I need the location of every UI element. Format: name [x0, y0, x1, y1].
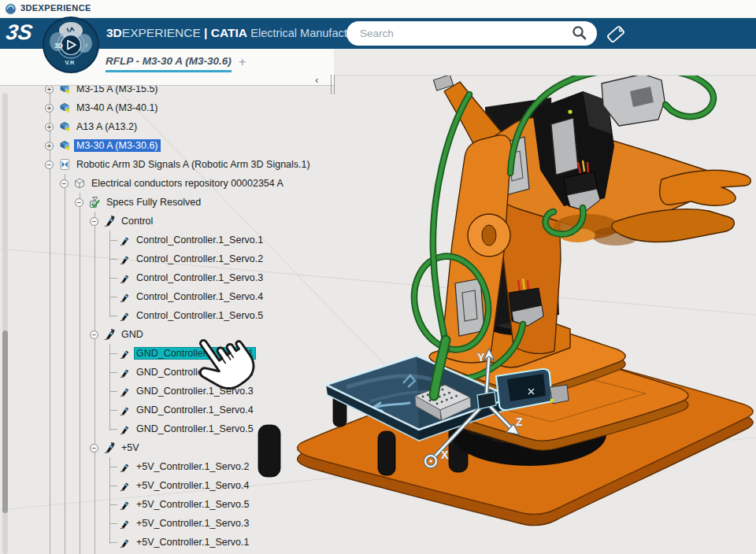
tree-scrollbar-thumb[interactable] — [2, 331, 8, 513]
tree-item[interactable]: − Robotic Arm 3D Signals A (Robotic Arm … — [0, 155, 331, 174]
tree-branch-stub — [109, 259, 117, 260]
tree-item-label[interactable]: +5V_Controller.1_Servo.1 — [134, 536, 252, 548]
tree-item[interactable]: +5V_Controller.1_Servo.3 — [0, 514, 331, 533]
brand-product: CATIA — [211, 26, 247, 39]
tree-item-label[interactable]: M3-30 A (M3-30.6) — [74, 139, 161, 152]
tree-item-label[interactable]: M3-40 A (M3-40.1) — [74, 102, 161, 114]
tree-item[interactable]: − +5V — [0, 438, 331, 457]
search-bar — [346, 21, 597, 46]
tab-rflp-active[interactable]: RFLP - M3-30 A (M3-30.6) — [106, 55, 232, 72]
tree-item-icon — [118, 385, 131, 397]
tree-item[interactable]: − GND — [0, 325, 331, 344]
search-input[interactable] — [346, 21, 597, 46]
tree-item-label[interactable]: Control_Controller.1_Servo.5 — [134, 309, 265, 322]
tree-item[interactable]: +5V_Controller.1_Servo.1 — [0, 533, 331, 552]
panel-splitter[interactable] — [334, 75, 335, 94]
tree-item[interactable]: GND_Controller.1_Servo.3 — [0, 382, 331, 401]
compass-3d-label[interactable]: 3D — [54, 42, 63, 50]
panel-splitter[interactable] — [331, 75, 332, 94]
tree-expander-icon[interactable]: − — [90, 331, 98, 339]
tree-item[interactable]: − Specs Fully Resolved — [0, 193, 331, 212]
tree-branch-stub — [109, 278, 117, 279]
tree-expander-icon[interactable]: − — [75, 198, 83, 207]
tree-item[interactable]: GND_Controller.1_Servo.4 — [0, 401, 331, 419]
tree-item-label[interactable]: GND_Controller.1_Servo.5 — [134, 423, 256, 435]
tree-expander-icon[interactable]: − — [60, 179, 69, 188]
tree-item[interactable]: +5V_Controller.1_Servo.2 — [0, 457, 331, 476]
tree-branch-stub — [109, 429, 117, 430]
tree-item[interactable]: + M3-40 A (M3-40.1) — [0, 98, 331, 117]
tree-item[interactable]: +5V_Controller.1_Servo.5 — [0, 495, 331, 514]
tree-branch-stub — [109, 467, 117, 467]
tree-item[interactable]: Control_Controller.1_Servo.4 — [0, 287, 331, 306]
tree-branch-stub — [109, 410, 117, 411]
tree-item-label[interactable]: Control_Controller.1_Servo.3 — [134, 271, 265, 284]
svg-text:i: i — [86, 42, 87, 49]
tree-item[interactable]: Control_Controller.1_Servo.5 — [0, 306, 331, 325]
dassault-3ds-logo-icon[interactable]: 3S — [5, 20, 34, 45]
tree-item-label[interactable]: +5V_Controller.1_Servo.2 — [134, 460, 252, 473]
window-titlebar[interactable] — [0, 0, 756, 18]
signals-document-icon — [58, 158, 71, 171]
tree-item-icon — [118, 536, 131, 548]
signal-icon — [118, 536, 131, 548]
tree-item[interactable]: Control_Controller.1_Servo.2 — [0, 249, 331, 268]
tree-item-label[interactable]: +5V_Controller.1_Servo.3 — [134, 517, 252, 530]
tree-expander-icon[interactable]: − — [90, 444, 98, 452]
signal-icon — [118, 460, 131, 473]
tree-item-icon — [58, 120, 71, 133]
tree-item-label[interactable]: GND — [119, 328, 146, 341]
compass-vr-label[interactable]: V.R — [65, 59, 75, 66]
signal-icon — [118, 423, 131, 435]
tree-item-label[interactable]: +5V_Controller.1_Servo.4 — [134, 479, 252, 492]
tree-item-icon — [118, 290, 131, 303]
window-app-icon — [5, 3, 17, 15]
tree-item[interactable]: + M3-30 A (M3-30.6) — [0, 136, 331, 155]
tree-item-icon — [58, 139, 71, 152]
tree-expander-icon[interactable]: − — [90, 217, 98, 226]
signal-icon — [118, 479, 131, 492]
tree-item[interactable]: Control_Controller.1_Servo.1 — [0, 231, 331, 249]
tree-item-label[interactable]: Electrical conductors repository 0000235… — [89, 177, 286, 190]
tree-item-icon — [118, 479, 131, 492]
tree-expander-icon[interactable]: + — [45, 85, 54, 94]
tree-item[interactable]: GND_Controller.1_Servo.1 — [0, 344, 331, 363]
tree-item-label[interactable]: A13 A (A13.2) — [74, 120, 139, 133]
tree-item-label[interactable]: +5V_Controller.1_Servo.5 — [134, 498, 252, 511]
search-icon[interactable] — [572, 25, 587, 41]
signal-icon — [118, 253, 131, 265]
tree-item-icon — [103, 328, 116, 341]
tree-item[interactable]: − Control — [0, 212, 331, 231]
tree-expander-icon[interactable]: + — [45, 142, 54, 150]
tree-branch-stub — [109, 353, 117, 354]
tree-item-label[interactable]: +5V — [119, 441, 142, 454]
tree-item-icon — [103, 215, 116, 227]
tree-item[interactable]: Control_Controller.1_Servo.3 — [0, 268, 331, 287]
compass-icon[interactable]: 3D i V.R — [41, 15, 101, 75]
tree-item-icon — [118, 234, 131, 246]
tree-item[interactable]: GND_Controller.1_Servo.2 — [0, 363, 331, 382]
tree-item-label[interactable]: Robotic Arm 3D Signals A (Robotic Arm 3D… — [74, 158, 313, 171]
tree-item-label[interactable]: Control_Controller.1_Servo.2 — [134, 253, 265, 265]
signal-icon — [118, 404, 131, 416]
tree-item-label[interactable]: Control_Controller.1_Servo.1 — [134, 234, 265, 246]
tree-item[interactable]: GND_Controller.1_Servo.5 — [0, 419, 331, 438]
tree-item[interactable]: + A13 A (A13.2) — [0, 117, 331, 136]
tree-item[interactable]: +5V_Controller.1_Servo.4 — [0, 476, 331, 495]
tree-branch-stub — [109, 486, 117, 486]
brand-divider: | — [204, 26, 207, 39]
signal-icon — [118, 385, 131, 397]
tree-expander-icon[interactable]: + — [45, 104, 54, 113]
tag-icon[interactable] — [604, 22, 628, 46]
model-tree: + M3-15 A (M3-15.5) + M3-40 A (M3-40.1) … — [0, 79, 331, 554]
tree-expander-icon[interactable]: + — [45, 123, 54, 131]
tree-item-icon — [118, 253, 131, 265]
tree-item[interactable]: − Electrical conductors repository 00002… — [0, 174, 331, 193]
new-tab-button[interactable]: + — [239, 55, 246, 69]
tree-expander-icon[interactable]: − — [45, 161, 54, 169]
tree-item-icon — [118, 517, 131, 530]
tree-item-label[interactable]: Control_Controller.1_Servo.4 — [134, 290, 265, 303]
tree-collapse-chevron-icon[interactable]: ‹ — [315, 74, 318, 86]
tree-item-label[interactable]: Specs Fully Resolved — [104, 196, 203, 209]
tree-item-label[interactable]: Control — [119, 215, 155, 227]
